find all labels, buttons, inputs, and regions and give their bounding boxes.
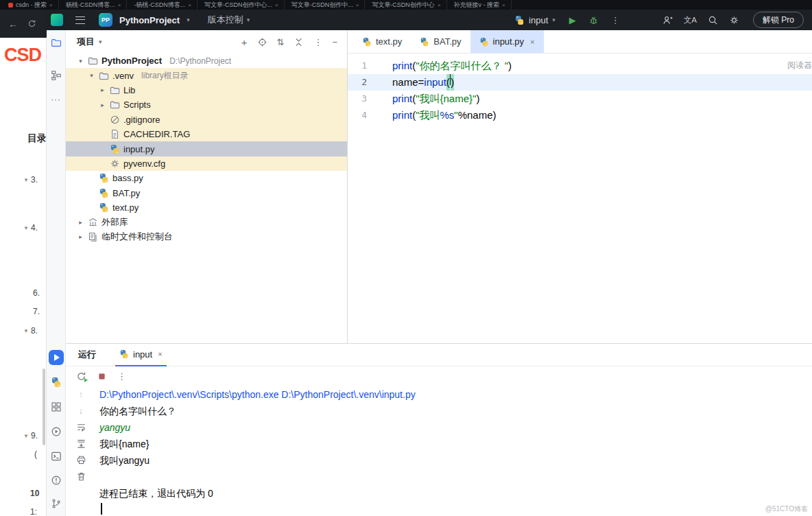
code-editor[interactable]: 阅读器 1print("你的名字叫什么？ ") 2name=input() 3p… [348, 54, 812, 124]
hide-panel-icon[interactable]: − [332, 37, 337, 47]
vcs-menu[interactable]: 版本控制▾ [208, 14, 250, 26]
tree-item-input-py[interactable]: input.py [66, 141, 347, 156]
chevron-down-icon[interactable]: ▾ [88, 72, 95, 79]
chevron-right-icon[interactable]: ▸ [99, 86, 106, 93]
expand-collapse-icon[interactable]: ⇅ [277, 37, 285, 47]
toc-item[interactable]: 7. [33, 307, 40, 316]
toc-item[interactable]: ▼4. [23, 223, 38, 233]
hamburger-menu-icon[interactable] [75, 16, 85, 24]
close-icon[interactable]: × [49, 2, 53, 8]
editor-tab-bat-py[interactable]: BAT.py [411, 30, 470, 53]
tree-item-bat-py[interactable]: BAT.py [66, 186, 347, 200]
rerun-button[interactable] [76, 371, 86, 382]
problems-tool-icon[interactable] [49, 473, 64, 488]
services-tool-icon[interactable] [49, 399, 64, 414]
chevron-down-icon[interactable]: ▾ [99, 38, 102, 45]
browser-tab[interactable]: 补充链接v - 搜索× [449, 0, 512, 10]
close-icon[interactable]: × [188, 2, 191, 8]
browser-tab-label: -杨桃-CSDN博客... [134, 1, 185, 10]
chevron-right-icon[interactable]: ▸ [99, 102, 106, 108]
toc-item[interactable]: ▼9. [23, 431, 38, 441]
tree-item-external-libraries[interactable]: ▸外部库 [66, 215, 347, 229]
more-options-icon[interactable]: ⋮ [117, 371, 126, 382]
toc-item[interactable]: 10 [30, 489, 39, 498]
close-icon[interactable]: × [118, 2, 121, 8]
debug-tool-icon[interactable] [49, 424, 64, 439]
scroll-to-end-icon[interactable] [76, 438, 86, 449]
close-icon[interactable]: × [275, 2, 278, 8]
run-console-output[interactable]: D:\PythonProject\.venv\Scripts\python.ex… [99, 386, 807, 502]
unlock-pro-button[interactable]: 解锁 Pro [753, 12, 804, 28]
run-button[interactable]: ▶ [569, 15, 576, 25]
tree-item-bass-py[interactable]: bass.py [66, 171, 347, 185]
locate-file-icon[interactable] [257, 37, 267, 47]
collapse-all-icon[interactable] [294, 37, 304, 47]
project-panel-title[interactable]: 项目 [77, 36, 95, 48]
tree-item-text-py[interactable]: text.py [66, 200, 347, 215]
tree-item-lib[interactable]: ▸Lib [66, 83, 347, 97]
reload-icon[interactable] [27, 19, 36, 28]
terminal-tool-icon[interactable] [49, 449, 64, 464]
settings-gear-icon[interactable] [729, 15, 739, 25]
tree-item-cachedir-tag[interactable]: CACHEDIR.TAG [66, 127, 347, 141]
close-icon[interactable]: × [356, 2, 359, 8]
editor-tab-input-py[interactable]: input.py× [470, 30, 544, 53]
project-name[interactable]: PythonProject [119, 15, 180, 25]
browser-tab[interactable]: csdn - 搜索× [3, 0, 59, 10]
run-tab-input[interactable]: input× [115, 344, 167, 366]
tree-item-venv[interactable]: ▾.venvlibrary根目录 [66, 68, 347, 82]
close-icon[interactable]: × [158, 350, 162, 358]
toc-item[interactable]: 6. [33, 288, 40, 298]
prev-occurrence-icon[interactable]: ↑ [79, 389, 84, 399]
triangle-icon: ▼ [23, 177, 31, 183]
toc-item[interactable]: ( [34, 449, 37, 459]
code-with-me-icon[interactable] [662, 15, 673, 25]
chevron-down-icon[interactable]: ▾ [77, 58, 84, 64]
debug-button[interactable] [588, 15, 599, 25]
run-config-selector[interactable]: input ▾ [514, 15, 556, 25]
next-occurrence-icon[interactable]: ↓ [79, 406, 84, 416]
browser-tab[interactable]: 写文章-CSDN创作中心× [366, 0, 446, 10]
clear-console-icon[interactable] [76, 471, 86, 482]
structure-tool-icon[interactable] [49, 68, 64, 83]
stop-button[interactable] [97, 371, 107, 382]
console-user-input: yangyu [99, 419, 807, 436]
chevron-right-icon[interactable]: ▸ [77, 233, 84, 240]
editor-tab-text-py[interactable]: text.py [353, 30, 411, 53]
translate-icon[interactable]: 文A [684, 15, 697, 25]
python-icon [99, 188, 109, 198]
tree-item-scripts[interactable]: ▸Scripts [66, 97, 347, 112]
toc-item[interactable]: ▼3. [23, 175, 38, 185]
close-icon[interactable]: × [530, 38, 534, 46]
python-console-icon[interactable] [49, 375, 64, 390]
tree-item-pyvenv-cfg[interactable]: pyvenv.cfg [66, 156, 347, 171]
browser-tab[interactable]: -杨桃-CSDN博客...× [128, 0, 198, 10]
tree-item-gitignore[interactable]: .gitignore [66, 113, 347, 127]
search-icon[interactable] [708, 15, 718, 25]
more-tools-icon[interactable]: ··· [49, 92, 64, 107]
scrollbar-thumb[interactable] [43, 368, 45, 445]
ignored-file-icon [110, 115, 120, 125]
chevron-right-icon[interactable]: ▸ [77, 219, 84, 226]
close-icon[interactable]: × [502, 2, 505, 8]
reader-mode-hint[interactable]: 阅读器 [787, 60, 812, 71]
tree-item-pythonproject[interactable]: ▾PythonProjectD:\PythonProject [66, 54, 347, 68]
git-branch-icon[interactable] [49, 496, 64, 511]
chevron-down-icon[interactable]: ▾ [187, 16, 190, 23]
more-actions-icon[interactable]: ⋮ [611, 15, 620, 25]
project-tool-icon[interactable] [49, 35, 64, 50]
toc-item[interactable]: ▼8. [23, 326, 38, 336]
browser-tab[interactable]: 写文章-CSDN创作中心...× [199, 0, 285, 10]
toc-item[interactable]: 1: [30, 507, 37, 516]
run-tool-icon-active[interactable] [49, 350, 64, 365]
browser-tab[interactable]: 写文章-CSDN创作中...× [286, 0, 366, 10]
soft-wrap-icon[interactable] [76, 422, 86, 432]
close-icon[interactable]: × [438, 2, 441, 8]
print-icon[interactable] [76, 455, 86, 465]
options-kebab-icon[interactable]: ⋮ [313, 37, 322, 47]
tree-item-scratches[interactable]: ▸临时文件和控制台 [66, 230, 347, 244]
browser-tab[interactable]: 杨桃-CSDN博客...× [60, 0, 128, 10]
add-icon[interactable]: + [241, 36, 248, 48]
back-icon[interactable]: ← [8, 19, 18, 30]
run-panel-title[interactable]: 运行 [78, 349, 96, 361]
